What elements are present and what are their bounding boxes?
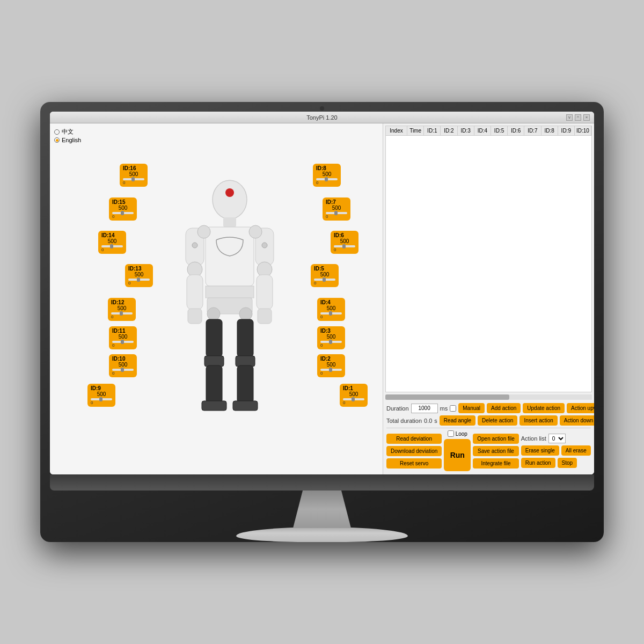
svg-rect-4 (206, 286, 254, 298)
monitor-camera (320, 106, 324, 111)
integrate-file-button[interactable]: Integrate file (473, 458, 519, 469)
servo-4: ID:4 500 0 (317, 298, 345, 321)
servo-10: ID:10 500 0 (109, 354, 137, 377)
stop-button[interactable]: Stop (558, 458, 577, 468)
loop-label: Loop (456, 431, 467, 437)
total-duration-unit: s (434, 418, 437, 424)
total-duration-label: Total duration (386, 418, 422, 424)
manual-button[interactable]: Manual (458, 403, 485, 413)
loop-checkbox: Loop (448, 430, 467, 437)
robot-area: ID:16 500 0 ID:15 500 0 (82, 140, 377, 469)
controls-area: Duration ms Manual Add action Update act… (383, 400, 594, 474)
left-action-col: Read deviation Download deviation Reset … (386, 434, 442, 469)
total-duration-row: Total duration 0.0 s Read angle Delete a… (386, 415, 591, 426)
svg-point-26 (192, 243, 197, 248)
svg-rect-18 (202, 401, 226, 411)
monitor-outer: TonyPi 1.20 v ^ × 中文 (40, 102, 604, 542)
separator (386, 428, 591, 428)
left-panel: 中文 English (50, 123, 383, 474)
chinese-label: 中文 (62, 128, 74, 136)
duration-row: Duration ms Manual Add action Update act… (386, 403, 591, 413)
servo-15: ID:15 500 0 (109, 197, 137, 221)
delete-action-button[interactable]: Delete action (478, 415, 517, 426)
erase-single-button[interactable]: Erase single (521, 445, 559, 456)
update-action-button[interactable]: Update action (523, 403, 565, 413)
servo-3: ID:3 500 0 (317, 326, 345, 349)
svg-rect-15 (206, 319, 222, 357)
svg-point-14 (207, 308, 220, 320)
action-list-select[interactable]: 0 (548, 434, 566, 443)
total-duration-value: 0.0 (424, 418, 432, 424)
svg-rect-9 (188, 309, 202, 324)
action-list-label: Action list (521, 435, 546, 442)
monitor-bottom (50, 474, 594, 491)
servo-6: ID:6 500 0 (331, 231, 358, 254)
duration-input[interactable] (411, 404, 438, 413)
duration-checkbox[interactable] (450, 405, 456, 412)
chinese-option[interactable]: 中文 (54, 128, 81, 136)
right-panel: Index Time ID:1 ID:2 ID:3 ID:4 ID:5 ID:6… (383, 123, 594, 474)
svg-rect-16 (204, 356, 224, 367)
svg-rect-2 (223, 217, 236, 227)
table-scrollbar[interactable] (385, 394, 592, 400)
run-action-row: Run action Stop (521, 458, 591, 468)
open-action-file-button[interactable]: Open action file (473, 434, 519, 444)
add-action-button[interactable]: Add action (487, 403, 521, 413)
loop-check[interactable] (448, 430, 454, 437)
action-down-button[interactable]: Action down (560, 415, 594, 426)
col-id2: ID:2 (441, 126, 457, 135)
english-option[interactable]: English (54, 137, 81, 143)
close-button[interactable]: × (583, 114, 590, 121)
servo-1: ID:1 500 0 (340, 384, 368, 407)
robot-svg (125, 140, 334, 469)
svg-rect-8 (187, 275, 203, 310)
minimize-button[interactable]: v (566, 114, 573, 121)
svg-point-27 (262, 243, 267, 248)
svg-rect-21 (236, 356, 255, 367)
servo-8: ID:8 500 0 (313, 164, 341, 187)
chinese-radio[interactable] (54, 129, 60, 135)
table-header: Index Time ID:1 ID:2 ID:3 ID:4 ID:5 ID:6… (386, 126, 591, 136)
erase-row: Erase single All erase (521, 445, 591, 456)
scrollbar-thumb[interactable] (385, 394, 509, 400)
save-action-file-button[interactable]: Save action file (473, 446, 519, 456)
col-id3: ID:3 (458, 126, 474, 135)
insert-action-button[interactable]: Insert action (519, 415, 557, 426)
all-erase-button[interactable]: All erase (561, 445, 591, 456)
svg-point-0 (213, 180, 247, 219)
col-id6: ID:6 (508, 126, 524, 135)
action-upward-button[interactable]: Action upward (567, 403, 594, 413)
table-body[interactable] (386, 136, 591, 390)
middle-action-col: Open action file Save action file Integr… (473, 434, 519, 469)
servo-5: ID:5 500 0 (311, 264, 339, 287)
title-bar: TonyPi 1.20 v ^ × (50, 112, 594, 123)
svg-rect-22 (237, 365, 253, 403)
col-id1: ID:1 (424, 126, 441, 135)
app-window: TonyPi 1.20 v ^ × 中文 (50, 112, 594, 474)
svg-point-25 (249, 225, 262, 238)
run-action-button[interactable]: Run action (521, 458, 555, 468)
svg-rect-3 (206, 227, 254, 286)
right-action-col: Action list 0 Erase single All erase (521, 434, 591, 468)
english-radio[interactable] (54, 137, 60, 143)
svg-point-24 (197, 225, 210, 238)
robot-image (155, 170, 305, 438)
app-content: 中文 English (50, 123, 594, 474)
maximize-button[interactable]: ^ (575, 114, 581, 121)
read-deviation-button[interactable]: Read deviation (386, 434, 442, 444)
action-list-row: Action list 0 (521, 434, 591, 443)
reset-servo-button[interactable]: Reset servo (386, 458, 442, 469)
svg-point-19 (239, 308, 252, 320)
duration-label: Duration (386, 405, 409, 412)
read-angle-button[interactable]: Read angle (440, 415, 475, 426)
english-label: English (62, 137, 81, 143)
title-bar-controls: v ^ × (566, 114, 590, 121)
servo-11: ID:11 500 0 (109, 326, 137, 349)
window-title: TonyPi 1.20 (306, 114, 337, 121)
duration-unit: ms (440, 405, 448, 412)
servo-2: ID:2 500 0 (317, 354, 345, 377)
run-button[interactable]: Run (444, 439, 471, 471)
download-deviation-button[interactable]: Download deviation (386, 446, 442, 456)
col-time: Time (407, 126, 424, 135)
col-id8: ID:8 (541, 126, 558, 135)
